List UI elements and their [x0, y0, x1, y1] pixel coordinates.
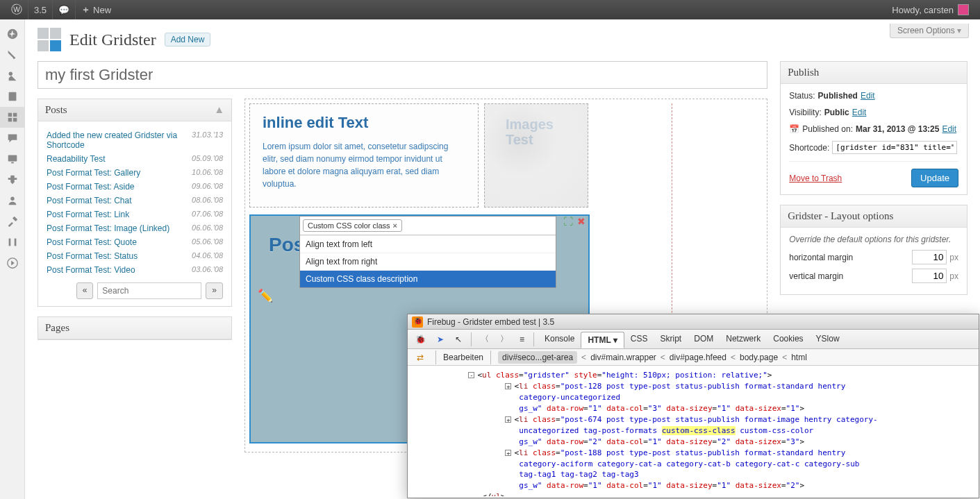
prev-page-button[interactable]: «: [76, 282, 94, 299]
firebug-bug-icon[interactable]: 🐞: [410, 332, 431, 347]
svg-rect-6: [8, 155, 17, 162]
post-link[interactable]: Added the new created Gridster via Short…: [47, 130, 178, 150]
firebug-title: Firebug - Gridster embed test | 3.5: [427, 317, 554, 327]
move-to-trash-link[interactable]: Move to Trash: [789, 174, 842, 183]
howdy-user[interactable]: Howdy, carsten: [886, 0, 974, 19]
breadcrumb-item[interactable]: div#page.hfeed: [670, 353, 726, 362]
menu-collapse-icon[interactable]: [0, 253, 25, 273]
post-link[interactable]: Post Format Test: Chat: [47, 196, 132, 205]
menu-media-icon[interactable]: [0, 65, 25, 86]
post-date: 07.06.'08: [192, 210, 223, 218]
post-list-item[interactable]: Post Format Test: Gallery10.06.'08: [47, 166, 223, 180]
shortcode-input[interactable]: [832, 141, 957, 154]
post-list-item[interactable]: Post Format Test: Status04.06.'08: [47, 249, 223, 263]
fullscreen-icon[interactable]: ⛶: [563, 216, 574, 227]
back-icon[interactable]: 〈: [476, 330, 494, 348]
menu-appearance-icon[interactable]: [0, 149, 25, 169]
edit-icon[interactable]: ✏️: [258, 288, 273, 303]
post-date: 06.06.'08: [192, 223, 223, 232]
autocomplete-option[interactable]: Align text from left: [300, 235, 556, 253]
edit-status-link[interactable]: Edit: [861, 91, 875, 101]
post-link[interactable]: Post Format Test: Status: [47, 251, 138, 261]
menu-plugins-icon[interactable]: [0, 169, 25, 190]
post-list-item[interactable]: Post Format Test: Link07.06.'08: [47, 208, 223, 221]
breadcrumb-item[interactable]: div#seco...get-area: [498, 351, 577, 364]
update-button[interactable]: Update: [911, 169, 958, 187]
firebug-tab[interactable]: Netzwerk: [720, 331, 767, 348]
comments-icon[interactable]: 💬: [53, 0, 75, 19]
firebug-window[interactable]: Firebug - Gridster embed test | 3.5 🐞 ➤ …: [407, 314, 979, 498]
post-link[interactable]: Post Format Test: Video: [47, 265, 135, 275]
admin-sidebar: [0, 19, 25, 499]
title-input[interactable]: [38, 61, 767, 89]
firebug-crumbbar: ⇄ Bearbeiten div#seco...get-area<div#mai…: [408, 349, 979, 366]
remove-tag-icon[interactable]: ×: [393, 221, 397, 230]
firebug-tab[interactable]: YSlow: [810, 331, 846, 348]
menu-settings-icon[interactable]: [0, 232, 25, 253]
widget-title: Images Test: [485, 104, 588, 147]
breadcrumb-item[interactable]: html: [791, 353, 807, 362]
post-date: 03.06.'08: [192, 265, 223, 273]
wp-logo-icon[interactable]: ⓦ: [6, 0, 28, 19]
post-list-item[interactable]: Readability Test05.09.'08: [47, 152, 223, 166]
layout-value-input[interactable]: [912, 250, 947, 264]
menu-users-icon[interactable]: [0, 190, 25, 211]
menu-pages-icon[interactable]: [0, 86, 25, 107]
grid-widget-image[interactable]: Images Test: [484, 103, 588, 208]
post-list-item[interactable]: Post Format Test: Quote05.06.'08: [47, 235, 223, 249]
grid-widget-text[interactable]: inline edit Text Lorem ipsum dolor sit a…: [249, 103, 479, 208]
post-link[interactable]: Readability Test: [47, 154, 106, 164]
breadcrumb-item[interactable]: body.page: [740, 353, 778, 362]
edit-date-link[interactable]: Edit: [942, 124, 956, 134]
layout-description: Override the default options for this gr…: [789, 235, 958, 244]
post-date: 05.09.'08: [192, 154, 223, 162]
delete-icon[interactable]: ✖: [577, 216, 588, 227]
post-list-item[interactable]: Post Format Test: Image (Linked)06.06.'0…: [47, 221, 223, 235]
firebug-tab[interactable]: DOM: [688, 331, 720, 348]
lines-icon[interactable]: ≡: [515, 332, 529, 347]
post-list-item[interactable]: Post Format Test: Aside09.06.'08: [47, 180, 223, 194]
menu-dashboard-icon[interactable]: [0, 24, 25, 44]
search-input[interactable]: [97, 282, 201, 299]
firebug-tab[interactable]: Cookies: [767, 331, 809, 348]
firebug-tab[interactable]: CSS: [624, 331, 654, 348]
forward-icon[interactable]: 〉: [495, 330, 513, 348]
inspect-icon[interactable]: ➤: [432, 332, 449, 347]
post-link[interactable]: Post Format Test: Quote: [47, 237, 137, 247]
menu-posts-icon[interactable]: [0, 44, 25, 65]
svg-rect-2: [8, 113, 12, 117]
css-class-autocomplete[interactable]: Custom CSS color class× Align text from …: [299, 216, 556, 288]
autocomplete-option[interactable]: Align text from right: [300, 253, 556, 270]
post-link[interactable]: Post Format Test: Aside: [47, 182, 135, 192]
firebug-tab[interactable]: HTML ▾: [581, 332, 624, 348]
crumb-toggle-icon[interactable]: ⇄: [412, 350, 429, 365]
menu-tools-icon[interactable]: [0, 211, 25, 232]
selected-tag-chip[interactable]: Custom CSS color class×: [303, 219, 402, 232]
post-date: 31.03.'13: [192, 130, 223, 139]
pointer-icon[interactable]: ↖: [450, 332, 467, 347]
post-link[interactable]: Post Format Test: Gallery: [47, 168, 140, 178]
post-list-item[interactable]: Post Format Test: Video03.06.'08: [47, 263, 223, 277]
edit-button[interactable]: Bearbeiten: [443, 353, 483, 362]
menu-comments-icon[interactable]: [0, 128, 25, 149]
menu-gridster-icon[interactable]: [0, 107, 25, 128]
edit-visibility-link[interactable]: Edit: [852, 108, 867, 117]
post-list-item[interactable]: Post Format Test: Chat08.06.'08: [47, 194, 223, 208]
layout-option-row: vertical marginpx: [789, 269, 958, 283]
add-new-button[interactable]: Add New: [165, 33, 211, 46]
collapse-icon[interactable]: ▲: [214, 104, 224, 116]
post-link[interactable]: Post Format Test: Image (Linked): [47, 223, 169, 233]
firebug-html-source[interactable]: -<ul class="gridster" style="height: 510…: [408, 366, 979, 496]
firebug-tab[interactable]: Konsole: [538, 331, 581, 348]
autocomplete-option[interactable]: Custom CSS class description: [300, 270, 556, 287]
version-link[interactable]: 3.5: [28, 0, 52, 19]
post-list-item[interactable]: Added the new created Gridster via Short…: [47, 128, 223, 152]
next-page-button[interactable]: »: [206, 282, 223, 299]
post-link[interactable]: Post Format Test: Link: [47, 210, 129, 219]
layout-value-input[interactable]: [912, 269, 947, 283]
firebug-tab[interactable]: Skript: [654, 331, 688, 348]
svg-rect-1: [9, 92, 17, 101]
firebug-titlebar[interactable]: Firebug - Gridster embed test | 3.5: [408, 314, 979, 330]
breadcrumb-item[interactable]: div#main.wrapper: [590, 353, 656, 362]
new-menu[interactable]: ＋New: [76, 0, 117, 19]
